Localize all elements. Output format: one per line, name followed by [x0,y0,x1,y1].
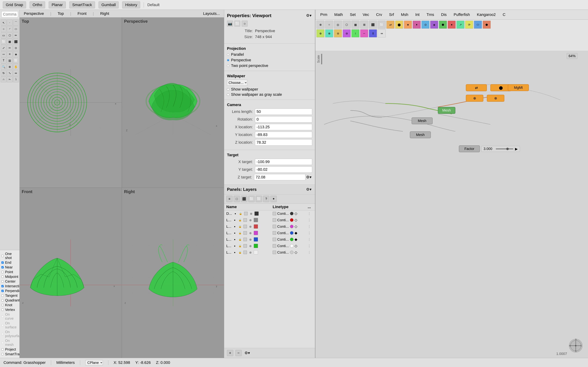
block-tool[interactable]: ⬜ [13,58,19,63]
gh-node-orange-4[interactable]: ⊕ [466,95,483,102]
boolean-tool[interactable]: ∩ [1,76,7,82]
gh-icon-17[interactable]: ↗ [456,21,465,29]
osnap-near-checkbox[interactable] [1,266,4,268]
osnap-on-curve-checkbox[interactable] [1,316,4,318]
layer-dots-4[interactable]: ⋮ [308,237,313,241]
gh-icon-27[interactable]: ⇕ [369,29,377,37]
layer-row-1[interactable]: L... ● 🔒 ◎ Conti... ◇ [224,217,315,223]
layers-icon-layout[interactable]: ⬜ [248,196,255,202]
layer-row-3[interactable]: L... ● 🔒 ◎ Conti... ◆ [224,230,315,236]
tab-layouts[interactable]: Layouts... [201,11,222,17]
layers-icon-add[interactable]: ✦ [270,196,277,202]
gh-icon-25[interactable]: ↕ [351,29,359,37]
gh-icon-1[interactable]: ⊕ [316,21,324,29]
gh-icon-24[interactable]: ⊜ [343,29,351,37]
gh-node-orange-3[interactable]: MgMt [508,84,529,91]
gh-icon-22[interactable]: ⊗ [325,29,333,37]
osnap-project-checkbox[interactable] [1,348,4,350]
gh-tab-pufferfish[interactable]: Pufferfish [451,12,473,18]
command-input[interactable] [1,11,18,17]
osnap-on-surface-checkbox[interactable] [1,324,4,326]
gh-icon-4[interactable]: ⬡ [343,21,351,29]
gh-tab-crv[interactable]: Crv [373,12,385,18]
viewport-front[interactable]: Front [20,188,122,358]
tab-top[interactable]: Top [55,11,66,17]
gh-node-factor[interactable]: Factor [459,145,480,152]
gh-tab-math[interactable]: Math [331,12,346,18]
osnap-perpendicular-checkbox[interactable] [1,290,4,292]
layer-visible-2[interactable]: ● [233,225,237,228]
tab-perspective[interactable]: Perspective [22,11,46,17]
layer-dots-0[interactable]: ⋮ [308,212,313,216]
osnap-on-mesh-checkbox[interactable] [1,342,4,344]
gh-icon-12[interactable]: ♦ [413,21,421,29]
osnap-midpoint-checkbox[interactable] [1,275,4,278]
arc-tool[interactable]: ◜ [7,26,13,32]
layers-icon-help[interactable]: ? [263,196,269,202]
layer-material-5[interactable]: ◎ [249,244,252,248]
layer-material-0[interactable]: ◎ [249,212,253,216]
layer-visible-6[interactable]: ● [233,250,237,254]
layer-color-3[interactable] [243,231,247,235]
gh-tab-srf[interactable]: Srf [386,12,397,18]
gh-tab-int[interactable]: Int [413,12,422,18]
gh-icon-16[interactable]: ♠ [448,21,456,29]
projection-two-point[interactable]: Two point perspective [227,63,312,68]
osnap-on-polysurface-checkbox[interactable] [1,333,4,335]
gh-node-mesh-1[interactable]: Mesh [412,117,432,124]
grid-snap-button[interactable]: Grid Snap [3,1,26,8]
z-target-input[interactable] [254,174,305,180]
dim-tool[interactable]: ⇿ [1,51,7,57]
circle-tool[interactable]: ○ [1,26,7,32]
layer-material-4[interactable]: ◎ [249,237,252,241]
projection-two-point-radio[interactable] [227,65,229,67]
layer-lock-3[interactable]: 🔒 [238,231,242,235]
gh-tab-set[interactable]: Set [347,12,358,18]
layer-tool[interactable]: ≡ [7,51,13,57]
gh-node-orange-5[interactable]: ⊗ [487,95,504,102]
planar-button[interactable]: Planar [49,1,66,8]
osnap-intersection-checkbox[interactable] [1,285,4,287]
layer-row-5[interactable]: L... ● 🔒 ◎ Conti... ◇ [224,243,315,249]
layer-visible-5[interactable]: ● [233,244,237,248]
projection-perspective[interactable]: Perspective [227,58,312,62]
gh-node-green-1[interactable]: Mesh [438,107,455,114]
gh-icon-13[interactable]: ⊙ [421,21,429,29]
osnap-one-shot-checkbox[interactable] [1,255,4,257]
zoom-tool[interactable]: ⊕ [7,64,13,70]
hatch-tool[interactable]: ▥ [7,58,13,63]
select-tool[interactable]: ↖ [1,20,7,26]
layer-visible-1[interactable]: ● [233,218,237,222]
properties-settings-button[interactable]: ⚙▾ [305,13,312,18]
layer-color-1[interactable] [243,218,247,222]
layers-footer-settings[interactable]: ⚙▾ [244,350,251,356]
gumball-button[interactable]: Gumball [98,1,119,8]
gh-icon-3[interactable]: ◎ [334,21,342,29]
gh-tab-c[interactable]: C [500,12,508,18]
gh-icon-14[interactable]: ◈ [430,21,438,29]
gh-icon-28[interactable]: ⇔ [378,29,386,37]
freeform-tool[interactable]: ✏ [13,32,19,38]
pan-tool[interactable]: ✋ [13,64,19,70]
gh-tab-dis[interactable]: Dis [438,12,450,18]
layers-remove-button[interactable]: − [235,350,242,356]
layers-settings-button[interactable]: ⚙▾ [305,186,312,192]
layer-material-6[interactable]: ◎ [249,250,252,254]
analyze-tool[interactable]: ⊙ [13,45,19,51]
text-tool[interactable]: T [1,58,7,63]
gh-node-mesh-2[interactable]: Mesh [410,131,431,138]
history-button[interactable]: History [122,1,140,8]
osnap-end-checkbox[interactable] [1,261,4,264]
ellipse-tool[interactable]: ⬭ [13,26,19,32]
layer-color-2[interactable] [243,225,247,228]
viewport-right[interactable]: Right [122,188,224,358]
smart-track-button[interactable]: SmartTrack [69,1,95,8]
layer-dots-5[interactable]: ⋮ [308,244,313,248]
osnap-tangent-checkbox[interactable] [1,294,4,297]
layer-row-6[interactable]: L... ● 🔒 ◎ Conti... ◇ [224,249,315,256]
y-location-input[interactable] [255,132,312,138]
show-wallpaper-checkbox[interactable]: Show wallpaper [227,87,312,92]
properties-camera-icon[interactable]: 📷 [227,21,233,26]
surface-tool[interactable]: ⬜ [1,39,7,45]
osnap-knot-checkbox[interactable] [1,304,4,306]
